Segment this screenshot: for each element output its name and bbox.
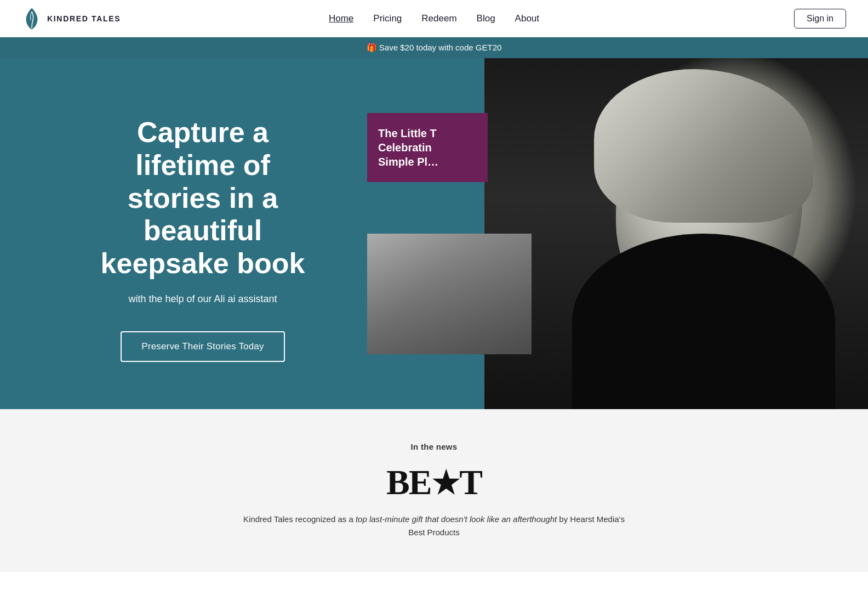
news-desc-italic: top last-minute gift that doesn't look l… (356, 514, 557, 524)
book-card-text: The Little TCelebratinSimple Pl… (378, 126, 477, 169)
nav-item-redeem[interactable]: Redeem (421, 13, 456, 24)
news-description: Kindred Tales recognized as a top last-m… (242, 513, 626, 539)
nav-item-about[interactable]: About (515, 13, 539, 24)
best-star: ★ (432, 465, 458, 501)
nav-item-blog[interactable]: Blog (477, 13, 495, 24)
news-desc-prefix: Kindred Tales recognized as a (243, 514, 356, 524)
promo-emoji: 🎁 (367, 43, 377, 52)
hero-cta-button[interactable]: Preserve Their Stories Today (121, 331, 284, 362)
promo-text: Save $20 today with code GET20 (379, 43, 501, 52)
logo-link[interactable]: KINDRED TALES (22, 7, 121, 30)
hero-section: Capture a lifetime of stories in a beaut… (0, 58, 868, 409)
nav-item-pricing[interactable]: Pricing (373, 13, 402, 24)
best-logo: BE★T (22, 462, 846, 503)
promo-banner: 🎁 Save $20 today with code GET20 (0, 37, 868, 58)
book-card-purple: The Little TCelebratinSimple Pl… (367, 113, 488, 182)
news-section: In the news BE★T Kindred Tales recognize… (0, 409, 868, 572)
navbar: KINDRED TALES Home Pricing Redeem Blog A… (0, 0, 868, 37)
logo-text: KINDRED TALES (47, 14, 121, 23)
logo-icon (22, 7, 42, 30)
hero-title: Capture a lifetime of stories in a beaut… (88, 116, 318, 280)
hero-content: Capture a lifetime of stories in a beaut… (0, 58, 362, 409)
book-card-photo (367, 234, 532, 354)
nav-links: Home Pricing Redeem Blog About (329, 13, 539, 24)
nav-item-home[interactable]: Home (329, 13, 353, 24)
hero-subtitle: with the help of our Ali ai assistant (88, 293, 318, 305)
hero-visual: The Little TCelebratinSimple Pl… (362, 58, 868, 409)
news-label: In the news (22, 442, 846, 451)
signin-button[interactable]: Sign in (794, 9, 846, 29)
